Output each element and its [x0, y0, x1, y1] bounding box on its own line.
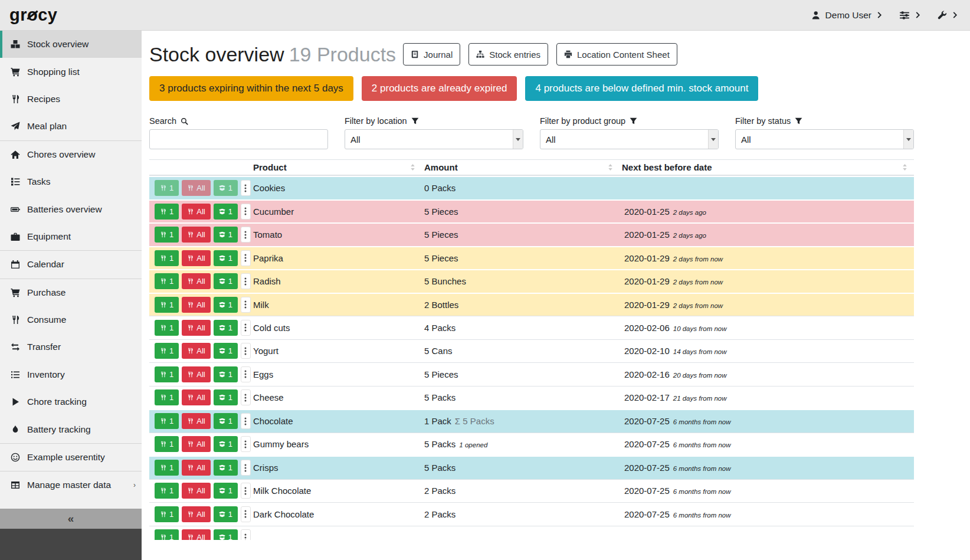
row-menu-button[interactable] — [241, 413, 251, 429]
sidebar-item-consume[interactable]: Consume — [0, 306, 142, 333]
consume-all-button[interactable]: All — [182, 366, 210, 382]
settings-menu[interactable] — [899, 10, 921, 21]
consume-one-button[interactable]: 1 — [155, 506, 179, 522]
row-menu-button[interactable] — [241, 389, 251, 405]
sidebar-item-transfer[interactable]: Transfer — [0, 333, 142, 361]
filter-by-status-select[interactable]: All — [735, 129, 914, 149]
open-one-button[interactable]: 1 — [214, 180, 238, 196]
row-menu-button[interactable] — [241, 460, 251, 476]
open-one-button[interactable]: 1 — [214, 460, 238, 476]
column-next-best-before-date[interactable]: Next best before date — [620, 160, 914, 175]
consume-one-button[interactable]: 1 — [155, 227, 179, 243]
consume-all-button[interactable]: All — [182, 506, 210, 522]
consume-all-button[interactable]: All — [182, 204, 210, 220]
row-menu-button[interactable] — [241, 366, 251, 382]
consume-one-button[interactable]: 1 — [155, 389, 179, 405]
sidebar-collapse-button[interactable]: « — [0, 509, 142, 529]
row-menu-button[interactable] — [241, 273, 251, 289]
sidebar-item-chores-overview[interactable]: Chores overview — [0, 141, 142, 168]
consume-one-button[interactable]: 1 — [155, 297, 179, 313]
consume-all-button[interactable]: All — [182, 320, 210, 336]
sidebar-item-equipment[interactable]: Equipment — [0, 223, 142, 250]
consume-all-button[interactable]: All — [182, 389, 210, 405]
sidebar-item-stock-overview[interactable]: Stock overview — [0, 31, 142, 58]
search-input[interactable] — [149, 129, 328, 149]
open-one-button[interactable]: 1 — [214, 366, 238, 382]
open-one-button[interactable]: 1 — [214, 273, 238, 289]
consume-one-button[interactable]: 1 — [155, 483, 179, 499]
sidebar-item-inventory[interactable]: Inventory — [0, 361, 142, 388]
open-one-button[interactable]: 1 — [214, 250, 238, 266]
filter-by-product-group-select[interactable]: All — [540, 129, 719, 149]
consume-one-button[interactable]: 1 — [155, 436, 179, 452]
consume-all-button[interactable]: All — [182, 483, 210, 499]
consume-all-button[interactable]: All — [182, 460, 210, 476]
row-menu-button[interactable] — [241, 506, 251, 522]
sidebar-item-purchase[interactable]: Purchase — [0, 279, 142, 306]
sidebar-item-battery-tracking[interactable]: Battery tracking — [0, 415, 142, 443]
open-one-button[interactable]: 1 — [214, 227, 238, 243]
open-one-button[interactable]: 1 — [214, 506, 238, 522]
consume-all-button[interactable]: All — [182, 227, 210, 243]
sidebar-item-calendar[interactable]: Calendar — [0, 251, 142, 278]
location-content-sheet-button[interactable]: Location Content Sheet — [556, 43, 677, 66]
stock-entries-button[interactable]: Stock entries — [468, 43, 548, 66]
consume-one-button[interactable]: 1 — [155, 320, 179, 336]
row-menu-button[interactable] — [241, 436, 251, 452]
row-menu-button[interactable] — [241, 227, 251, 243]
consume-all-button[interactable]: All — [182, 436, 210, 452]
row-menu-button[interactable] — [241, 250, 251, 266]
consume-one-button[interactable]: 1 — [155, 343, 179, 359]
consume-one-button[interactable]: 1 — [155, 413, 179, 429]
consume-one-button[interactable]: 1 — [155, 180, 179, 196]
row-menu-button[interactable] — [241, 343, 251, 359]
status-banner[interactable]: 2 products are already expired — [362, 76, 517, 101]
consume-one-button[interactable]: 1 — [155, 366, 179, 382]
consume-all-button[interactable]: All — [182, 250, 210, 266]
sort-icon[interactable] — [409, 164, 416, 171]
consume-one-button[interactable]: 1 — [155, 460, 179, 476]
sidebar-item-recipes[interactable]: Recipes — [0, 86, 142, 113]
open-one-button[interactable]: 1 — [214, 436, 238, 452]
app-logo[interactable]: grocy — [9, 6, 57, 24]
consume-one-button[interactable]: 1 — [155, 204, 179, 220]
sidebar-item-chore-tracking[interactable]: Chore tracking — [0, 388, 142, 415]
open-one-button[interactable]: 1 — [214, 297, 238, 313]
sort-icon[interactable] — [902, 164, 908, 171]
open-one-button[interactable]: 1 — [214, 529, 238, 540]
consume-all-button[interactable]: All — [182, 529, 210, 540]
row-menu-button[interactable] — [241, 529, 251, 540]
consume-one-button[interactable]: 1 — [155, 250, 179, 266]
consume-all-button[interactable]: All — [182, 180, 210, 196]
sidebar-item-example-userentity[interactable]: Example userentity — [0, 444, 142, 471]
sidebar-item-manage-master-data[interactable]: Manage master data› — [0, 471, 142, 499]
column-product[interactable]: Product — [251, 160, 422, 175]
sidebar-item-tasks[interactable]: Tasks — [0, 168, 142, 195]
open-one-button[interactable]: 1 — [214, 204, 238, 220]
open-one-button[interactable]: 1 — [214, 320, 238, 336]
row-menu-button[interactable] — [241, 180, 251, 196]
filter-by-location-select[interactable]: All — [345, 129, 523, 149]
sidebar-item-shopping-list[interactable]: Shopping list — [0, 58, 142, 85]
consume-all-button[interactable]: All — [182, 273, 210, 289]
sidebar-item-meal-plan[interactable]: Meal plan — [0, 113, 142, 140]
user-menu[interactable]: Demo User — [811, 10, 883, 21]
sidebar-item-batteries-overview[interactable]: Batteries overview — [0, 195, 142, 222]
row-menu-button[interactable] — [241, 483, 251, 499]
journal-button[interactable]: Journal — [403, 43, 460, 66]
row-menu-button[interactable] — [241, 320, 251, 336]
row-menu-button[interactable] — [241, 297, 251, 313]
open-one-button[interactable]: 1 — [214, 389, 238, 405]
consume-all-button[interactable]: All — [182, 343, 210, 359]
sort-icon[interactable] — [607, 164, 614, 171]
admin-menu[interactable] — [938, 11, 958, 20]
consume-all-button[interactable]: All — [182, 413, 210, 429]
consume-one-button[interactable]: 1 — [155, 273, 179, 289]
column-amount[interactable]: Amount — [422, 160, 620, 175]
consume-all-button[interactable]: All — [182, 297, 210, 313]
status-banner[interactable]: 3 products expiring within the next 5 da… — [149, 76, 353, 101]
status-banner[interactable]: 4 products are below defined min. stock … — [525, 76, 758, 101]
open-one-button[interactable]: 1 — [214, 413, 238, 429]
open-one-button[interactable]: 1 — [214, 483, 238, 499]
consume-one-button[interactable]: 1 — [155, 529, 179, 540]
